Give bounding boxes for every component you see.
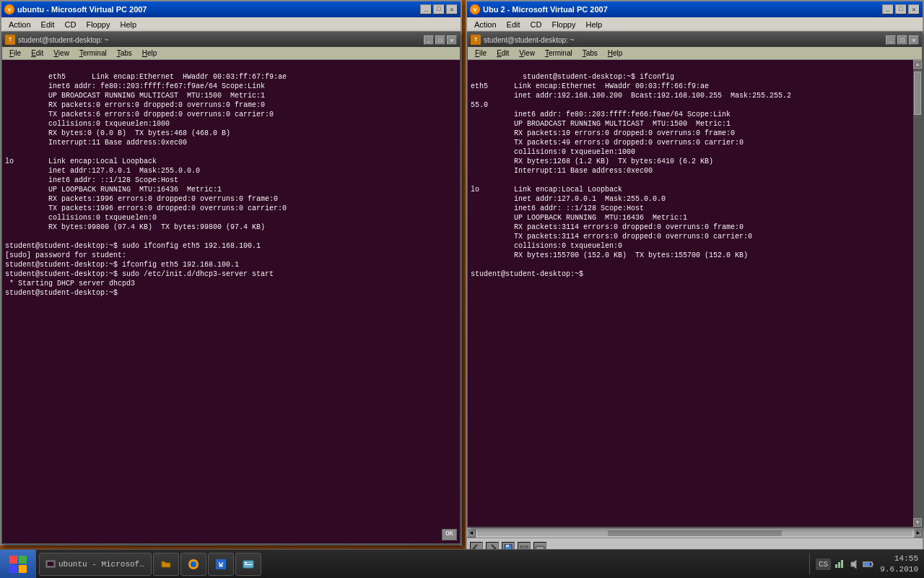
vpc2-hscroll-left[interactable]: ◄ xyxy=(467,529,476,538)
vpc2-content: Applications Places System ? xyxy=(467,32,923,527)
filemanager-taskbar-icon xyxy=(243,558,254,570)
vpc1-terminal-titlebar-buttons: _ □ ✕ xyxy=(424,35,457,45)
vpc1-menu-floppy[interactable]: Floppy xyxy=(82,20,114,30)
svg-point-32 xyxy=(191,561,196,567)
taskbar-btn-filemanager[interactable] xyxy=(235,553,261,576)
vpc2-hscroll-track[interactable] xyxy=(477,530,912,536)
taskbar-btn-vpc1-label: ubuntu - Microsoft Virtual PC 2007 xyxy=(58,560,145,569)
svg-text:W: W xyxy=(219,561,223,569)
vpc2-tmenu-file[interactable]: File xyxy=(471,48,491,58)
vpc2-tmenu-tabs[interactable]: Tabs xyxy=(578,48,602,58)
volume-icon xyxy=(848,558,860,570)
vpc1-tmenu-file[interactable]: File xyxy=(5,48,25,58)
taskbar: ubuntu - Microsoft Virtual PC 2007 W xyxy=(0,549,924,578)
vpc2-window: V Ubu 2 - Microsoft Virtual PC 2007 _ □ … xyxy=(466,0,924,549)
vpc2-minimize-button[interactable]: _ xyxy=(882,4,894,14)
svg-marker-41 xyxy=(851,560,856,569)
vpc1-menubar: Action Edit CD Floppy Help xyxy=(1,17,461,32)
vpc1-menu-edit[interactable]: Edit xyxy=(37,20,59,30)
vpc1-minimize-button[interactable]: _ xyxy=(420,4,432,14)
vpc1-app-icon: V xyxy=(4,4,14,14)
lang-indicator: CS xyxy=(816,558,831,570)
vpc2-close-button[interactable]: ✕ xyxy=(908,4,920,14)
vpc2-scrollbar-up[interactable]: ▲ xyxy=(913,60,922,69)
taskbar-btn-firefox[interactable] xyxy=(180,553,206,576)
vpc1-close-button[interactable]: ✕ xyxy=(446,4,458,14)
taskbar-btn-word[interactable]: W xyxy=(208,553,234,576)
vpc2-hscroll-right[interactable]: ► xyxy=(914,529,923,538)
vpc2-menu-action[interactable]: Action xyxy=(470,20,501,30)
vpc1-terminal-maximize[interactable]: □ xyxy=(435,35,445,45)
vpc2-menubar: Action Edit CD Floppy Help xyxy=(467,17,923,32)
vpc2-hscrollbar[interactable]: ◄ ► xyxy=(467,527,923,538)
vpc1-content: Applications Places System xyxy=(1,32,461,544)
desktop: V ubuntu - Microsoft Virtual PC 2007 _ □… xyxy=(0,0,924,578)
vpc2-scrollbar-track[interactable] xyxy=(913,69,922,518)
taskbar-btn-folder[interactable] xyxy=(153,553,179,576)
vpc2-terminal-content: student@student-desktop:~$ ifconfig eth5… xyxy=(468,60,913,527)
vpc1-terminal-close[interactable]: ✕ xyxy=(447,35,457,45)
vpc2-tmenu-edit[interactable]: Edit xyxy=(492,48,513,58)
taskbar-tray: CS 14:55 xyxy=(809,553,924,574)
vpc2-terminal-title: student@student-desktop: ~ xyxy=(484,36,883,44)
vpc1-menu-action[interactable]: Action xyxy=(4,20,35,30)
vpc1-menu-cd[interactable]: CD xyxy=(61,20,81,30)
vpc2-terminal-minimize[interactable]: _ xyxy=(886,35,896,45)
vpc2-app-icon: V xyxy=(470,4,480,14)
vpc2-maximize-button[interactable]: □ xyxy=(895,4,907,14)
svg-rect-23 xyxy=(506,545,509,547)
vpc1-titlebar-buttons: _ □ ✕ xyxy=(420,4,458,14)
vpc2-terminal-close[interactable]: ✕ xyxy=(909,35,919,45)
svg-rect-37 xyxy=(245,564,252,565)
vpc1-terminal-content: eth5 Link encap:Ethernet HWaddr 00:03:ff… xyxy=(2,60,460,543)
vpc1-tmenu-view[interactable]: View xyxy=(49,48,74,58)
vpc1-tmenu-help[interactable]: Help xyxy=(138,48,162,58)
taskbar-btn-vpc1[interactable]: ubuntu - Microsoft Virtual PC 2007 xyxy=(39,553,152,576)
vpc2-hscroll-thumb[interactable] xyxy=(608,530,782,536)
vpc1-maximize-button[interactable]: □ xyxy=(433,4,445,14)
vpc2-menu-cd[interactable]: CD xyxy=(526,20,546,30)
svg-rect-43 xyxy=(872,564,873,565)
vpc2-terminal-titlebar[interactable]: T student@student-desktop: ~ _ □ ✕ xyxy=(468,33,922,47)
windows-logo xyxy=(9,556,27,573)
vpc2-titlebar-buttons: _ □ ✕ xyxy=(882,4,920,14)
vpc1-tmenu-tabs[interactable]: Tabs xyxy=(113,48,136,58)
vpc1-tmenu-edit[interactable]: Edit xyxy=(27,48,48,58)
svg-rect-38 xyxy=(835,564,837,568)
vpc1-terminal-titlebar[interactable]: T student@student-desktop: ~ _ □ ✕ xyxy=(2,33,460,47)
svg-rect-39 xyxy=(838,562,840,568)
vpc2-titlebar[interactable]: V Ubu 2 - Microsoft Virtual PC 2007 _ □ … xyxy=(467,1,923,17)
vpc2-scrollbar-thumb[interactable] xyxy=(914,72,921,115)
network-icon xyxy=(834,558,845,570)
vpc2-terminal-icon: T xyxy=(471,35,481,45)
vpc2-terminal-area: student@student-desktop:~$ ifconfig eth5… xyxy=(468,60,922,527)
vpc1-tmenu-terminal[interactable]: Terminal xyxy=(75,48,111,58)
vpc2-tmenu-help[interactable]: Help xyxy=(603,48,627,58)
vpc2-menu-edit[interactable]: Edit xyxy=(502,20,525,30)
start-button[interactable] xyxy=(0,550,36,579)
vpc1-title: ubuntu - Microsoft Virtual PC 2007 xyxy=(17,5,417,14)
vpc2-menu-floppy[interactable]: Floppy xyxy=(547,20,580,30)
vpc1-terminal-window: T student@student-desktop: ~ _ □ ✕ File … xyxy=(1,32,461,544)
vpc2-scrollbar-down[interactable]: ▼ xyxy=(913,518,922,527)
vpc2-tmenu-view[interactable]: View xyxy=(515,48,539,58)
svg-rect-27 xyxy=(539,548,541,548)
battery-icon xyxy=(863,558,874,570)
vpc1-terminal-minimize[interactable]: _ xyxy=(424,35,434,45)
vpc2-scrollbar[interactable]: ▲ ▼ xyxy=(913,60,922,527)
svg-rect-26 xyxy=(537,548,539,548)
vpc1-terminal-text: eth5 Link encap:Ethernet HWaddr 00:03:ff… xyxy=(5,73,287,297)
vpc1-terminal-menubar: File Edit View Terminal Tabs Help xyxy=(2,47,460,60)
taskbar-tray-icons: CS xyxy=(816,558,874,570)
taskbar-clock: 14:55 9.6.2010 xyxy=(880,553,918,574)
vpc2-tmenu-terminal[interactable]: Terminal xyxy=(541,48,577,58)
vpc1-taskbar-icon xyxy=(45,559,56,569)
vpc1-ok-button[interactable]: OK xyxy=(442,529,457,540)
taskbar-items: ubuntu - Microsoft Virtual PC 2007 W xyxy=(36,553,809,576)
vpc2-terminal-menubar: File Edit View Terminal Tabs Help xyxy=(468,47,922,60)
vpc1-titlebar[interactable]: V ubuntu - Microsoft Virtual PC 2007 _ □… xyxy=(1,1,461,17)
vpc2-terminal-maximize[interactable]: □ xyxy=(897,35,907,45)
svg-rect-40 xyxy=(841,560,843,568)
vpc1-menu-help[interactable]: Help xyxy=(116,20,141,30)
vpc2-menu-help[interactable]: Help xyxy=(581,20,606,30)
